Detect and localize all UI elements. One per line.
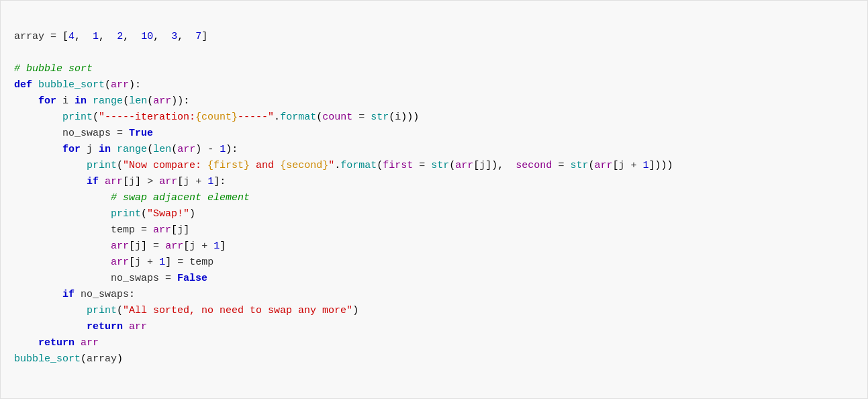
line-comment-swap: # swap adjacent element bbox=[14, 192, 250, 204]
line-comment: # bubble sort bbox=[14, 63, 93, 75]
line-print-swap: print("Swap!") bbox=[14, 208, 195, 220]
line-1: array = [4, 1, 2, 10, 3, 7] bbox=[14, 31, 207, 42]
line-no-swaps: no_swaps = True bbox=[14, 128, 153, 139]
code-container: array = [4, 1, 2, 10, 3, 7] # bubble sor… bbox=[0, 0, 868, 399]
line-print-compare: print("Now compare: {first} and {second}… bbox=[14, 160, 673, 171]
line-return-arr-outer: return arr bbox=[14, 337, 99, 349]
line-return-arr-inner: return arr bbox=[14, 321, 147, 332]
line-if-no-swaps: if no_swaps: bbox=[14, 289, 135, 300]
line-print-iteration: print("-----iteration:{count}-----".form… bbox=[14, 112, 419, 123]
line-arr-j: arr[j] = arr[j + 1] bbox=[14, 240, 226, 252]
line-for-j: for j in range(len(arr) - 1): bbox=[14, 144, 238, 155]
line-call: bubble_sort(array) bbox=[14, 353, 123, 365]
line-temp: temp = arr[j] bbox=[14, 224, 189, 236]
line-arr-j1: arr[j + 1] = temp bbox=[14, 257, 213, 268]
line-for-i: for i in range(len(arr)): bbox=[14, 95, 189, 107]
line-def: def bubble_sort(arr): bbox=[14, 79, 141, 91]
line-print-all-sorted: print("All sorted, no need to swap any m… bbox=[14, 305, 358, 316]
code-block: array = [4, 1, 2, 10, 3, 7] # bubble sor… bbox=[14, 13, 854, 384]
line-no-swaps-false: no_swaps = False bbox=[14, 273, 207, 284]
line-if-compare: if arr[j] > arr[j + 1]: bbox=[14, 176, 226, 187]
